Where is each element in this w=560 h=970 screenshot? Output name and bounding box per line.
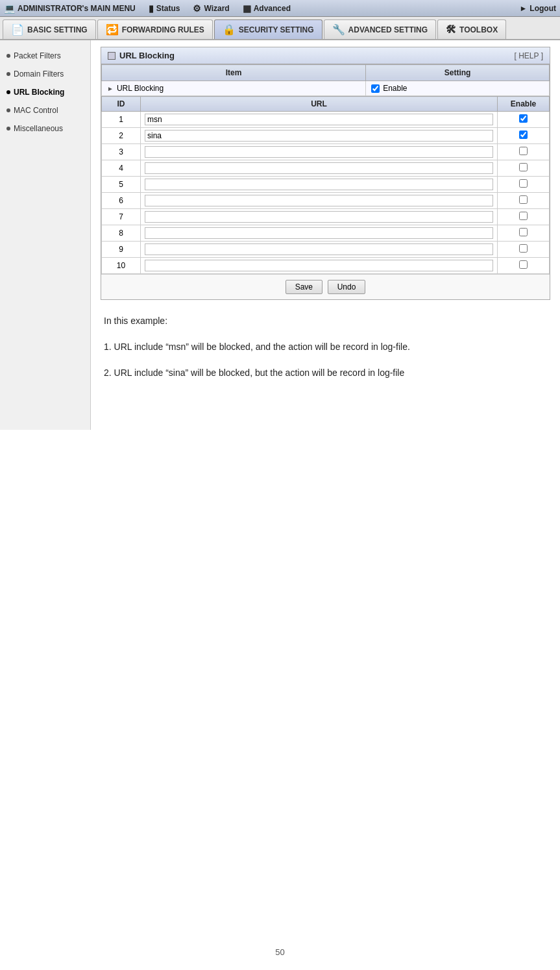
enable-checkbox[interactable] <box>519 131 528 139</box>
url-blocking-enable-checkbox[interactable] <box>371 84 380 93</box>
table-row: 2 <box>102 128 550 144</box>
wizard-menu-item[interactable]: ⚙ Wizard <box>193 3 229 14</box>
url-cell <box>141 258 498 274</box>
top-menubar: 💻 ADMINISTRATOR's MAIN MENU ▮ Status ⚙ W… <box>0 0 560 17</box>
url-input[interactable] <box>145 260 493 271</box>
data-table: ID URL Enable 12345678910 <box>101 96 550 274</box>
id-cell: 2 <box>102 128 141 144</box>
enable-checkbox[interactable] <box>519 228 528 236</box>
url-input[interactable] <box>145 243 493 255</box>
buttons-row: Save Undo <box>101 274 550 299</box>
table-row: 8 <box>102 225 550 242</box>
id-cell: 9 <box>102 242 141 258</box>
enable-cell <box>498 128 550 144</box>
enable-checkbox[interactable] <box>519 179 528 188</box>
basic-setting-icon: 📄 <box>11 23 24 36</box>
col-enable-header: Enable <box>498 97 550 112</box>
bullet-icon <box>6 72 10 76</box>
main-layout: Packet Filters Domain Filters URL Blocki… <box>0 40 560 430</box>
content-area: URL Blocking [ HELP ] Item Setting <box>91 40 560 430</box>
bullet-icon <box>6 108 10 112</box>
undo-button[interactable]: Undo <box>328 280 366 294</box>
enable-cell <box>498 209 550 225</box>
admin-icon: 💻 <box>4 3 15 14</box>
sidebar-item-packet-filters[interactable]: Packet Filters <box>0 47 90 65</box>
url-blocking-enable-row: ► URL Blocking Enable <box>102 81 550 96</box>
bullet-icon <box>6 127 10 131</box>
save-button[interactable]: Save <box>286 280 323 294</box>
tab-basic[interactable]: 📄 BASIC SETTING <box>3 19 96 39</box>
enable-checkbox[interactable] <box>519 114 528 123</box>
panel-title: URL Blocking <box>108 51 175 60</box>
forwarding-icon: 🔁 <box>106 23 119 36</box>
url-input[interactable] <box>145 130 493 142</box>
id-cell: 7 <box>102 209 141 225</box>
toolbox-icon: 🛠 <box>446 24 456 36</box>
url-blocking-panel: URL Blocking [ HELP ] Item Setting <box>101 47 550 300</box>
table-row: 3 <box>102 144 550 160</box>
url-blocking-label-cell: ► URL Blocking <box>102 81 366 96</box>
tab-toolbox[interactable]: 🛠 TOOLBOX <box>437 19 506 39</box>
url-cell <box>141 209 498 225</box>
url-input[interactable] <box>145 195 493 206</box>
enable-cell <box>498 242 550 258</box>
sidebar-item-url-blocking[interactable]: URL Blocking <box>0 83 90 101</box>
table-row: 5 <box>102 177 550 193</box>
url-cell <box>141 177 498 193</box>
settings-table: Item Setting ► URL Blocking <box>101 64 550 96</box>
description-line2: 2. URL include “sina” will be blocked, b… <box>104 365 547 381</box>
description-section: In this example: 1. URL include “msn” wi… <box>101 300 550 404</box>
tab-security[interactable]: 🔒 SECURITY SETTING <box>214 19 323 39</box>
enable-cell <box>498 144 550 160</box>
advanced-icon: ▦ <box>243 3 251 14</box>
tab-advanced[interactable]: 🔧 ADVANCED SETTING <box>324 19 436 39</box>
enable-cell <box>498 193 550 209</box>
sidebar: Packet Filters Domain Filters URL Blocki… <box>0 40 91 430</box>
enable-checkbox[interactable] <box>519 163 528 171</box>
sidebar-item-miscellaneous[interactable]: Miscellaneous <box>0 119 90 138</box>
url-cell <box>141 225 498 242</box>
url-cell <box>141 242 498 258</box>
table-row: 7 <box>102 209 550 225</box>
status-icon: ▮ <box>149 3 154 14</box>
advanced-setting-icon: 🔧 <box>332 23 345 36</box>
enable-checkbox[interactable] <box>519 212 528 220</box>
sidebar-item-mac-control[interactable]: MAC Control <box>0 101 90 119</box>
table-row: 6 <box>102 193 550 209</box>
help-link[interactable]: [ HELP ] <box>515 51 543 60</box>
enable-cell <box>498 112 550 128</box>
enable-checkbox[interactable] <box>519 260 528 269</box>
url-input[interactable] <box>145 227 493 239</box>
panel-header: URL Blocking [ HELP ] <box>101 47 550 64</box>
admin-menu-title[interactable]: 💻 ADMINISTRATOR's MAIN MENU <box>4 3 136 14</box>
url-input[interactable] <box>145 179 493 190</box>
description-intro: In this example: <box>104 313 547 329</box>
enable-checkbox[interactable] <box>519 195 528 204</box>
enable-cell <box>498 160 550 177</box>
enable-checkbox[interactable] <box>519 244 528 253</box>
logout-arrow-icon: ► <box>519 4 527 13</box>
enable-checkbox[interactable] <box>519 147 528 155</box>
nav-tabs: 📄 BASIC SETTING 🔁 FORWARDING RULES 🔒 SEC… <box>0 17 560 40</box>
bullet-icon <box>6 54 10 58</box>
url-input[interactable] <box>145 146 493 158</box>
url-input[interactable] <box>145 162 493 174</box>
enable-cell <box>498 177 550 193</box>
sidebar-item-domain-filters[interactable]: Domain Filters <box>0 65 90 83</box>
security-icon: 🔒 <box>223 23 236 36</box>
url-input[interactable] <box>145 211 493 223</box>
url-cell <box>141 128 498 144</box>
id-cell: 1 <box>102 112 141 128</box>
status-menu-item[interactable]: ▮ Status <box>149 3 180 14</box>
url-input[interactable] <box>145 114 493 125</box>
table-row: 10 <box>102 258 550 274</box>
wizard-icon: ⚙ <box>193 3 201 14</box>
tab-forwarding[interactable]: 🔁 FORWARDING RULES <box>97 19 213 39</box>
advanced-menu-item[interactable]: ▦ Advanced <box>243 3 291 14</box>
id-cell: 3 <box>102 144 141 160</box>
col-url-header: URL <box>141 97 498 112</box>
id-cell: 8 <box>102 225 141 242</box>
logout-button[interactable]: ► Logout <box>519 4 556 13</box>
bullet-icon <box>6 90 10 94</box>
table-row: 9 <box>102 242 550 258</box>
